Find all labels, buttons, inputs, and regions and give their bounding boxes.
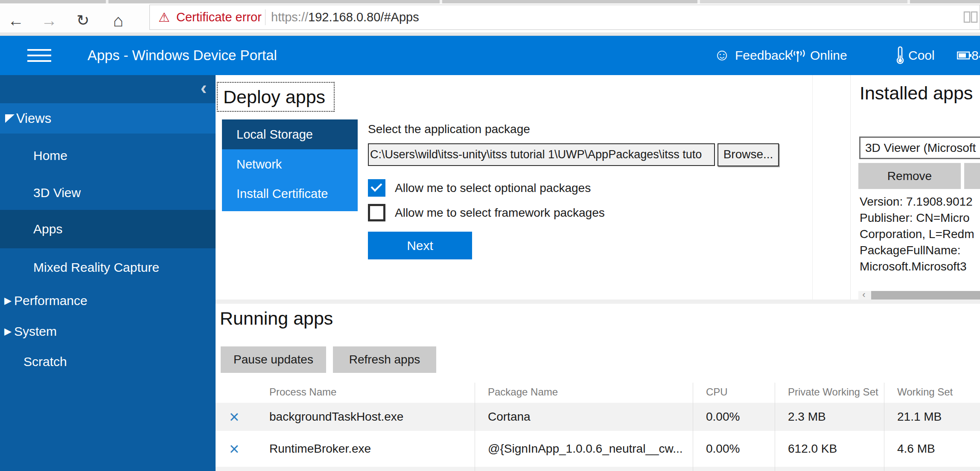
- column-divider: [693, 383, 693, 471]
- back-icon[interactable]: ←: [3, 7, 29, 36]
- installed-apps-heading: Installed apps: [860, 83, 973, 104]
- sidebar-item-apps[interactable]: Apps: [0, 214, 216, 244]
- running-apps-heading: Running apps: [220, 308, 333, 329]
- cpu-cell: 0.00%: [706, 435, 740, 463]
- deploy-tab-list: Local Storage Network Install Certificat…: [222, 119, 358, 211]
- deploy-apps-heading: Deploy apps: [223, 83, 325, 110]
- app-publisher: Publisher: CN=Micro: [860, 210, 980, 226]
- feedback-smiley-icon[interactable]: ☺: [714, 36, 730, 75]
- refresh-apps-button[interactable]: Refresh apps: [333, 346, 436, 373]
- app-details-text: Version: 7.1908.9012 Publisher: CN=Micro…: [860, 194, 980, 275]
- certificate-warning-icon[interactable]: ⚠: [158, 5, 170, 29]
- tab-divider: [106, 0, 108, 3]
- thermal-status: Cool: [908, 36, 935, 75]
- sidebar-section-label: Performance: [14, 294, 88, 308]
- installed-app-dropdown[interactable]: 3D Viewer (Microsoft: [859, 137, 980, 159]
- scrollbar-thumb[interactable]: [871, 291, 980, 299]
- framework-packages-checkbox[interactable]: [368, 204, 385, 221]
- sidebar-section-label: System: [14, 324, 57, 338]
- tab-local-storage[interactable]: Local Storage: [222, 119, 358, 149]
- sidebar-section-label: Views: [16, 103, 51, 134]
- column-header-process-name: Process Name: [269, 383, 336, 401]
- table-row-partial: [216, 467, 980, 471]
- url-text[interactable]: https://192.168.0.80/#Apps: [271, 5, 419, 29]
- feedback-button[interactable]: Feedback: [735, 36, 791, 75]
- working-set-cell: 21.1 MB: [897, 403, 942, 431]
- framework-packages-label: Allow me to select framework packages: [395, 204, 605, 221]
- sidebar-top-band: ‹: [0, 75, 216, 103]
- url-host: 192.168.0.80/#Apps: [308, 10, 419, 24]
- page-title: Apps - Windows Device Portal: [88, 36, 277, 75]
- toolbar-lower-strip: [0, 32, 980, 36]
- process-name-cell: backgroundTaskHost.exe: [269, 403, 403, 431]
- scroll-left-icon[interactable]: ‹: [858, 291, 869, 299]
- browser-tab-strip: [0, 0, 980, 3]
- sidebar-item-3d-view[interactable]: 3D View: [0, 178, 216, 208]
- package-path-input[interactable]: C:\Users\wild\itss-unity\itss tutorial 1…: [368, 143, 715, 166]
- tab-divider: [697, 0, 700, 3]
- column-header-working-set: Working Set: [897, 383, 953, 401]
- column-divider: [775, 383, 775, 471]
- column-header-package-name: Package Name: [488, 383, 558, 401]
- thermometer-icon: [895, 46, 906, 66]
- sidebar: ‹ Views Home 3D View Apps Mixed Reality …: [0, 75, 216, 471]
- package-name-cell: Cortana: [488, 403, 531, 431]
- private-working-set-cell: 2.3 MB: [788, 403, 826, 431]
- sidebar-section-system[interactable]: ▶ System: [0, 317, 216, 346]
- deploy-panel-border: [812, 75, 813, 300]
- process-name-cell: RuntimeBroker.exe: [269, 435, 371, 463]
- optional-packages-checkbox[interactable]: [368, 179, 385, 197]
- app-packagefullname-value: Microsoft.Microsoft3: [860, 259, 980, 275]
- menu-icon[interactable]: [27, 48, 51, 63]
- tab-strip-segment: [700, 0, 907, 3]
- main-content: Deploy apps Local Storage Network Instal…: [216, 75, 980, 471]
- forward-icon[interactable]: →: [36, 7, 62, 36]
- refresh-icon[interactable]: ↻: [70, 7, 96, 36]
- private-working-set-cell: 612.0 KB: [788, 435, 837, 463]
- optional-packages-label: Allow me to select optional packages: [395, 179, 591, 197]
- package-select-label: Select the application package: [368, 122, 530, 137]
- tab-install-certificate[interactable]: Install Certificate: [222, 179, 358, 211]
- expanded-triangle-icon: [5, 114, 15, 123]
- table-row: × RuntimeBroker.exe @{SignInApp_1.0.0.6_…: [216, 435, 980, 463]
- windows-device-portal-page: ← → ↻ ⌂ ⚠ Certificate error https://192.…: [0, 0, 980, 471]
- column-header-cpu: CPU: [706, 383, 728, 401]
- column-divider: [884, 383, 884, 471]
- tab-divider: [440, 0, 442, 3]
- reading-view-icon[interactable]: [963, 11, 978, 23]
- browse-button[interactable]: Browse...: [718, 143, 779, 166]
- tab-network[interactable]: Network: [222, 149, 358, 179]
- column-header-private-working-set: Private Working Set: [788, 383, 878, 401]
- terminate-process-icon[interactable]: ×: [229, 435, 239, 463]
- app-packagefullname-label: PackageFullName:: [860, 242, 980, 259]
- url-scheme: https://: [271, 10, 308, 24]
- sidebar-item-scratch[interactable]: Scratch: [0, 347, 216, 377]
- collapsed-triangle-icon: ▶: [4, 317, 12, 346]
- deploy-apps-heading-focus-box: Deploy apps: [217, 82, 335, 112]
- start-button-partial[interactable]: [964, 163, 980, 189]
- remove-button[interactable]: Remove: [858, 163, 961, 189]
- horizontal-scrollbar[interactable]: ‹: [858, 291, 980, 299]
- next-button[interactable]: Next: [368, 232, 472, 259]
- terminate-process-icon[interactable]: ×: [229, 403, 239, 431]
- online-status: Online: [810, 36, 847, 75]
- sidebar-collapse-icon[interactable]: ‹: [193, 75, 214, 103]
- section-separator: [216, 299, 980, 304]
- installed-apps-panel: Installed apps 3D Viewer (Microsoft Remo…: [850, 75, 980, 300]
- sidebar-section-views[interactable]: Views: [0, 103, 216, 134]
- working-set-cell: 4.6 MB: [897, 435, 935, 463]
- package-name-cell: @{SignInApp_1.0.0.6_neutral__cw...: [488, 435, 683, 463]
- tab-divider: [907, 0, 910, 3]
- sidebar-item-home[interactable]: Home: [0, 141, 216, 171]
- sidebar-item-mixed-reality-capture[interactable]: Mixed Reality Capture: [0, 253, 216, 282]
- certificate-error-label[interactable]: Certificate error: [176, 5, 262, 29]
- home-icon[interactable]: ⌂: [105, 7, 131, 36]
- table-row: × backgroundTaskHost.exe Cortana 0.00% 2…: [216, 403, 980, 431]
- sidebar-section-performance[interactable]: ▶ Performance: [0, 286, 216, 316]
- online-antenna-icon: [788, 47, 808, 65]
- pause-updates-button[interactable]: Pause updates: [221, 346, 326, 373]
- app-header: Apps - Windows Device Portal ☺ Feedback …: [0, 36, 980, 75]
- address-bar[interactable]: ⚠ Certificate error https://192.168.0.80…: [149, 5, 980, 30]
- collapsed-triangle-icon: ▶: [4, 286, 12, 316]
- address-bar-divider: [265, 9, 265, 25]
